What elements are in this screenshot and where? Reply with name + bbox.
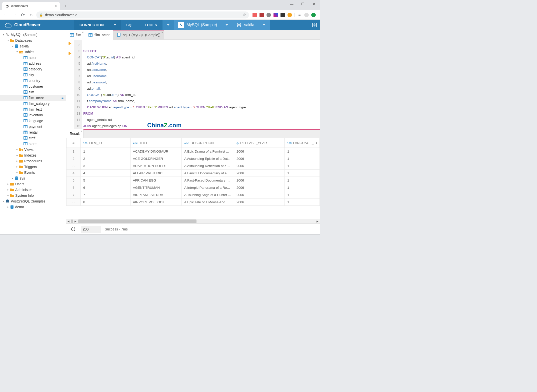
tree-procedures[interactable]: ▸ Procedures	[0, 158, 66, 164]
tree-views[interactable]: ▸ Views	[0, 147, 66, 152]
cell-release-year[interactable]: 2006	[234, 155, 284, 162]
cell-description[interactable]: A Intrepid Panorama of a Rob...	[182, 184, 234, 191]
window-maximize-button[interactable]: ☐	[297, 0, 308, 8]
tree-toggle-icon[interactable]: ▸	[11, 177, 14, 180]
tree-toggle-icon[interactable]: ▾	[2, 200, 5, 202]
tree-connection-pg[interactable]: ▾ PostgreSQL (Sample)	[0, 198, 66, 204]
table-row[interactable]: 6 6 AGENT TRUMAN A Intrepid Panorama of …	[66, 184, 320, 191]
cell-language-id[interactable]: 1	[285, 198, 320, 206]
cell-film-id[interactable]: 3	[80, 162, 130, 170]
ext-icon-3[interactable]	[266, 13, 271, 17]
scroll-left-icon[interactable]: ◀	[66, 219, 71, 223]
row-limit-input[interactable]	[81, 226, 101, 233]
navigation-tree[interactable]: ▾ MySQL (Sample) ▾ Databases ▾ sakila ▾ …	[0, 30, 66, 234]
tree-table-country[interactable]: country	[0, 78, 66, 83]
horizontal-scrollbar[interactable]: ◀ ▶ ▶	[66, 219, 320, 223]
tree-table-store[interactable]: store	[0, 141, 66, 147]
connection-dropdown[interactable]	[221, 20, 232, 30]
cell-film-id[interactable]: 6	[80, 184, 130, 191]
cell-release-year[interactable]: 2006	[234, 170, 284, 177]
ext-icon-6[interactable]	[288, 13, 292, 17]
tree-table-film_text[interactable]: film_text	[0, 106, 66, 112]
tree-databases[interactable]: ▾ Databases	[0, 37, 66, 43]
tree-toggle-icon[interactable]: ▸	[15, 171, 19, 174]
menu-tools-dropdown[interactable]	[162, 20, 174, 30]
cell-description[interactable]: A Epic Tale of a Moose And a ...	[182, 198, 234, 206]
menu-tools[interactable]: TOOLS	[139, 20, 162, 30]
tree-indexes[interactable]: ▸ Indexes	[0, 152, 66, 158]
app-logo[interactable]: CloudBeaver	[0, 22, 74, 28]
code-body[interactable]: SELECT CONCAT('S',ad.id) AS agent_id, ad…	[82, 40, 320, 129]
menu-connection-dropdown[interactable]	[109, 20, 121, 30]
cell-release-year[interactable]: 2006	[234, 184, 284, 191]
scroll-thumb[interactable]	[78, 219, 196, 223]
cell-language-id[interactable]: 1	[285, 191, 320, 198]
col-language-id[interactable]: 123LANGUAGE_ID	[285, 138, 320, 148]
tree-table-customer[interactable]: customer	[0, 83, 66, 89]
cell-film-id[interactable]: 2	[80, 155, 130, 162]
tab-close-icon[interactable]: ×	[55, 4, 57, 8]
col-release-year[interactable]: ◷RELEASE_YEAR	[234, 138, 284, 148]
ext-icon-profile[interactable]	[304, 13, 309, 17]
refresh-button[interactable]	[70, 226, 77, 233]
table-row[interactable]: 7 7 AIRPLANE SIERRA A Touching Saga of a…	[66, 191, 320, 198]
cell-title[interactable]: ACE GOLDFINGER	[130, 155, 182, 162]
nav-forward-button[interactable]: →	[11, 11, 18, 18]
cell-release-year[interactable]: 2006	[234, 162, 284, 170]
cell-title[interactable]: AIRPORT POLLOCK	[130, 198, 182, 206]
table-row[interactable]: 2 2 ACE GOLDFINGER A Astounding Epistle …	[66, 155, 320, 162]
cell-description[interactable]: A Epic Drama of a Feminist An...	[182, 148, 234, 155]
menu-connection[interactable]: CONNECTION	[74, 20, 109, 30]
col-description[interactable]: ABCDESCRIPTION	[182, 138, 234, 148]
cell-description[interactable]: A Fanciful Documentary of a F...	[182, 170, 234, 177]
tree-toggle-icon[interactable]: ▸	[6, 205, 10, 208]
ext-icon-update[interactable]	[311, 13, 316, 17]
tree-connection[interactable]: ▾ MySQL (Sample)	[0, 32, 66, 37]
ext-icon-1[interactable]	[252, 13, 257, 17]
table-row[interactable]: 4 4 AFFAIR PREJUDICE A Fanciful Document…	[66, 170, 320, 177]
cell-title[interactable]: AFFAIR PREJUDICE	[130, 170, 182, 177]
cell-title[interactable]: AFRICAN EGG	[130, 177, 182, 184]
schema-dropdown[interactable]	[258, 20, 270, 30]
cell-release-year[interactable]: 2006	[234, 148, 284, 155]
cell-description[interactable]: A Astounding Reflection of a ...	[182, 162, 234, 170]
tree-toggle-icon[interactable]: ▾	[11, 45, 14, 47]
tree-events[interactable]: ▸ Events	[0, 170, 66, 175]
tree-toggle-icon[interactable]: ▸	[15, 154, 19, 157]
scroll-right-icon-1[interactable]: ▶	[73, 219, 78, 223]
ext-icon-2[interactable]	[260, 13, 264, 17]
tree-toggle-icon[interactable]: ▸	[6, 183, 10, 185]
editor-tab-sql1[interactable]: sql-1 (MySQL (Sample)) ×	[113, 30, 164, 40]
table-row[interactable]: 8 8 AIRPORT POLLOCK A Epic Tale of a Moo…	[66, 198, 320, 206]
window-minimize-button[interactable]: —	[286, 0, 297, 8]
tree-table-actor[interactable]: actor	[0, 55, 66, 60]
run-query-button[interactable]	[68, 42, 72, 46]
table-row[interactable]: 3 3 ADAPTATION HOLES A Astounding Reflec…	[66, 162, 320, 170]
col-film-id[interactable]: 123FILM_ID	[80, 138, 130, 148]
schema-selector[interactable]: sakila	[232, 20, 258, 30]
tree-administer[interactable]: ▸ Administer	[0, 187, 66, 193]
cell-title[interactable]: ACADEMY DINOSAUR	[130, 148, 182, 155]
cell-title[interactable]: AGENT TRUMAN	[130, 184, 182, 191]
cell-title[interactable]: AIRPLANE SIERRA	[130, 191, 182, 198]
tree-triggers[interactable]: ▸ Triggers	[0, 164, 66, 170]
cell-description[interactable]: A Astounding Epistle of a Dat...	[182, 155, 234, 162]
cell-release-year[interactable]: 2006	[234, 198, 284, 206]
tree-toggle-icon[interactable]: ▸	[15, 165, 19, 168]
result-grid[interactable]: # 123FILM_ID ABCTITLE ABCDESCRIPTION ◷RE…	[66, 138, 320, 219]
col-rownum[interactable]: #	[66, 138, 81, 148]
tree-schema-demo[interactable]: ▸ demo	[0, 204, 66, 210]
cell-language-id[interactable]: 1	[285, 155, 320, 162]
tree-table-film_actor[interactable]: film_actor≡	[0, 95, 66, 101]
tree-table-film[interactable]: film	[0, 89, 66, 95]
cell-release-year[interactable]: 2006	[234, 191, 284, 198]
tree-toggle-icon[interactable]: ▾	[15, 50, 19, 53]
cell-description[interactable]: A Touching Saga of a Hunter ...	[182, 191, 234, 198]
ext-icon-playlist[interactable]: ≡	[297, 13, 302, 17]
tree-toggle-icon[interactable]: ▾	[6, 39, 10, 42]
tree-table-film_category[interactable]: film_category	[0, 101, 66, 106]
table-row[interactable]: 1 1 ACADEMY DINOSAUR A Epic Drama of a F…	[66, 148, 320, 155]
tree-table-payment[interactable]: payment	[0, 124, 66, 129]
bookmark-star-icon[interactable]: ☆	[242, 12, 246, 17]
cell-title[interactable]: ADAPTATION HOLES	[130, 162, 182, 170]
